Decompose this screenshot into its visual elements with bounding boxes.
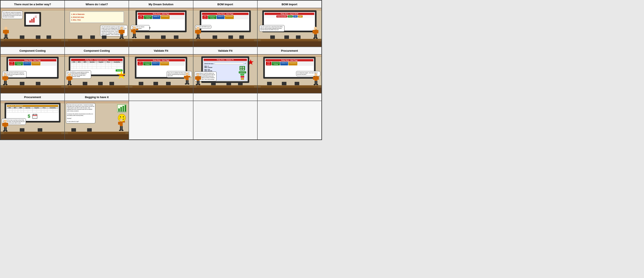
svg-rect-106 [120, 107, 122, 112]
table-row: ------- [7, 111, 58, 113]
svg-rect-91 [32, 115, 37, 116]
svg-rect-118 [122, 126, 123, 130]
svg-rect-90 [32, 114, 37, 118]
cell-r2c3: Validate Fit Ruby Shoe - Start Page BOMI… [129, 47, 193, 93]
nav-costing[interactable]: ComponentCosting [144, 15, 152, 19]
svg-rect-55 [66, 76, 68, 80]
body-r1c4: Ruby Shoe - Start Page BOMImport Compone… [194, 8, 257, 47]
cell-r3c5 [258, 93, 322, 140]
body-r2c1: Ruby Shoe - Start Page BOMImport Compone… [1, 55, 64, 93]
nav-bom-r2c1[interactable]: BOMImport [9, 62, 14, 65]
header-r3c3 [129, 93, 193, 101]
header-r2c4: Validate Fit [194, 47, 257, 55]
header-r1c4: BOM Import [194, 1, 257, 8]
pcol-qty: Quantity [24, 107, 32, 109]
nav-bom-r2c5[interactable]: BOMImport [266, 62, 271, 65]
body-r1c3: Ruby Shoe - Start Page BOMImport Compone… [129, 8, 193, 47]
procurement-table: CPN MFG MPN Quantity Supplier Price Avai… [7, 107, 58, 113]
svg-rect-72 [240, 69, 242, 70]
svg-rect-77 [200, 76, 201, 80]
eda-label: EDA/CAD Data: [204, 63, 214, 64]
col-qty: Quantity [88, 61, 96, 63]
svg-rect-1 [30, 21, 31, 23]
nav-csv[interactable]: CSV [293, 15, 298, 18]
cell-r2c2: Component Costing Ruby Shoe - Component … [64, 47, 129, 93]
nav-rocky[interactable]: Rocky Road BOM [276, 15, 287, 18]
save-button[interactable]: Save [240, 76, 244, 78]
speech-r1c1: Hi, I'm Bob and I need to be prepared to… [2, 11, 23, 19]
svg-rect-15 [119, 30, 120, 33]
allow-button[interactable]: Allow [240, 74, 244, 76]
svg-point-29 [196, 27, 200, 30]
header-r3c1: Procurement [1, 93, 64, 101]
nav-vf-r2c1[interactable]: Validate Fit [23, 62, 31, 65]
svg-rect-23 [131, 29, 133, 32]
nav-procurement[interactable]: Procurement [160, 15, 170, 19]
nav-pr-r2c5[interactable]: Procurement [288, 62, 298, 65]
svg-rect-46 [4, 76, 7, 81]
svg-rect-62 [186, 76, 188, 80]
person-r1c1 [2, 27, 10, 40]
list-r1c2: 1. Bill of Materials 2. EDA/CAD Data 3. … [70, 11, 124, 23]
nav-vf-r2c5[interactable]: Validate Fit [280, 62, 288, 65]
svg-rect-22 [133, 29, 136, 34]
pcb-icon [239, 66, 246, 71]
svg-rect-84 [313, 76, 314, 80]
great-fit-badge: Great Fit! [239, 71, 246, 73]
cell-r2c5: Procurement Ruby Shoe - Start Page BOMIm… [258, 47, 322, 93]
nav-pr-r2c3[interactable]: Procurement [160, 62, 169, 65]
svg-rect-99 [7, 123, 8, 126]
body-r2c4: ★ Ruby Shoe - Validate Fit EDA/CAD Data:… [194, 55, 257, 93]
svg-point-27 [132, 37, 134, 38]
header-r1c2: Where do I start? [65, 1, 128, 8]
nav-cc-r1c4[interactable]: ComponentCosting [208, 15, 216, 19]
svg-rect-54 [68, 76, 71, 81]
nav-cc-r2c5[interactable]: ComponentCosting [272, 62, 280, 65]
pcol-price: Price [41, 107, 47, 109]
cell-r1c5: BOM Import Ruby Shoe - Import BOM Rocky … [258, 1, 322, 47]
nav-cc-r2c1[interactable]: ComponentCosting [15, 62, 23, 65]
header-r3c4 [194, 93, 257, 101]
cell-r3c1: Procurement Ruby Shoe - Procurement CPN [0, 93, 64, 140]
nav-bom-r1c4[interactable]: BOMImport [202, 15, 208, 19]
col-cpn: CPN [71, 61, 76, 63]
person-r3c2 [117, 118, 126, 133]
nav-validate[interactable]: Validate Fit [152, 15, 160, 19]
svg-rect-6 [4, 30, 7, 34]
person-r2c1 [2, 73, 9, 87]
cell-r1c4: BOM Import Ruby Shoe - Start Page BOMImp… [193, 1, 258, 47]
eda-input[interactable] [215, 63, 244, 65]
sad-chart-icon: ☹ [28, 15, 37, 24]
speech-r1c5: I see, all I need to do is select Ruby S… [259, 25, 284, 32]
calendar-icon [32, 114, 38, 119]
body-r2c5: Ruby Shoe - Start Page BOMImport Compone… [258, 55, 321, 93]
nav-bom[interactable]: BOMImport [138, 15, 144, 19]
nav-vf-r1c4[interactable]: Validate Fit [217, 15, 224, 19]
nav-vf-r2c3[interactable]: Validate Fit [152, 62, 160, 65]
body-r2c3: Ruby Shoe - Start Page BOMImport Compone… [129, 55, 193, 93]
component-costing-table: CPN MFG MPN Quantity Supplier Price Avai… [71, 61, 122, 69]
header-r1c1: There must be a better way? [1, 1, 64, 8]
svg-point-67 [185, 83, 187, 85]
svg-rect-117 [120, 126, 121, 130]
nav-excel[interactable]: Excel [288, 15, 293, 18]
header-r2c3: Validate Fit [129, 47, 193, 55]
nav-pr-r1c4[interactable]: Procurement [225, 15, 234, 19]
nav-pr-r2c1[interactable]: Procurement [32, 62, 40, 65]
body-r3c3 [129, 101, 193, 140]
svg-point-120 [122, 130, 124, 131]
check-icon: ✓ [244, 62, 246, 65]
nav-cc-r2c3[interactable]: ComponentCosting [143, 62, 152, 65]
col-mpn: MPN [82, 61, 88, 63]
svg-point-37 [314, 27, 317, 30]
person-r1c2 [118, 27, 126, 40]
nav-erp[interactable]: ERP [298, 15, 303, 18]
body-r1c2: 1. Bill of Materials 2. EDA/CAD Data 3. … [65, 8, 128, 47]
sort-button[interactable]: Sort [241, 78, 244, 80]
svg-rect-92 [34, 114, 34, 115]
svg-rect-71 [243, 67, 244, 68]
person-r2c5 [312, 73, 320, 87]
svg-rect-3 [33, 18, 34, 23]
header-r3c2: Begging to have it [65, 93, 128, 101]
nav-bom-r2c3[interactable]: BOMImport [138, 62, 143, 65]
